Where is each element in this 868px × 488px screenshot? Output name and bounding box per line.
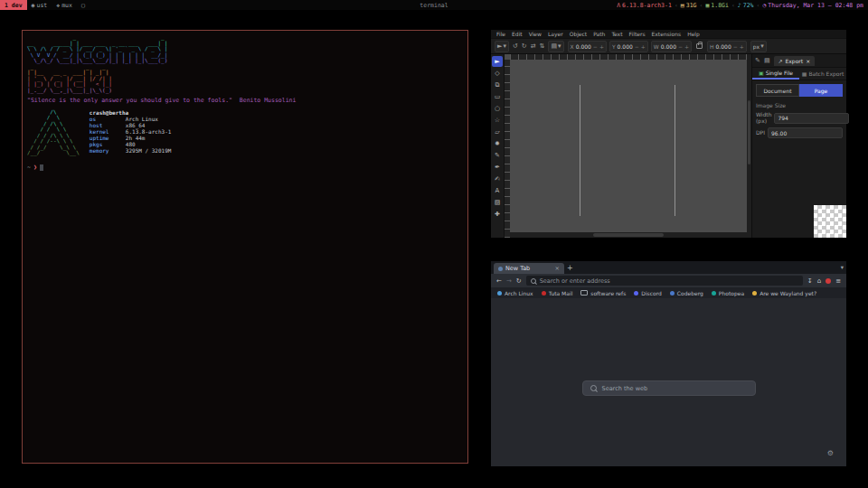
menu-help[interactable]: Help [687,31,700,37]
inkscape-body: ►◇⧉▭○☆▱✹✎✒✍A▨✚ ✎ ▤ [491,54,846,238]
new-tab-button[interactable]: + [567,264,573,272]
increment-button[interactable]: + [740,43,744,50]
field-x[interactable]: X0.000−+ [568,41,607,52]
bookmark-item[interactable]: Arch Linux [497,290,533,296]
field-h[interactable]: H0.000−+ [707,41,747,52]
image-size-label: Image Size [752,99,846,110]
menu-object[interactable]: Object [570,31,588,37]
rotate-ccw-button[interactable]: ↺ [513,42,518,50]
export-dialog-tab[interactable]: ↗ Export × [774,56,816,66]
layers-icon[interactable]: ▤ [764,57,770,64]
pencil-icon[interactable]: ✎ [755,57,760,64]
tool-pencil[interactable]: ✎ [492,150,503,161]
workspace-tag[interactable]: ❖mux [52,0,77,10]
workspace-tag[interactable]: 1 dev [0,0,27,10]
menu-edit[interactable]: Edit [512,31,523,37]
fetch-row: osArch Linux [90,116,172,122]
canvas-area[interactable] [505,54,747,238]
gear-icon[interactable]: ⚙ [827,449,834,457]
close-icon[interactable]: × [806,58,810,64]
flip-vertical-button[interactable]: ⇅ [540,42,545,50]
tool-calligraphy[interactable]: ✍ [492,174,503,184]
width-label: Width (px) [756,112,771,124]
menu-icon[interactable]: ≡ [835,277,841,285]
decrement-button[interactable]: − [635,43,639,50]
dpi-input[interactable] [768,127,843,138]
bookmark-item[interactable]: Codeberg [670,290,703,296]
width-input[interactable] [774,113,849,124]
lock-icon[interactable] [696,43,703,49]
ascii-art: _ _ __ _____| | ___ ___ _ __ ___ ___| |\… [27,34,463,93]
tool-pen[interactable]: ✒ [492,162,503,173]
menu-file[interactable]: File [496,31,505,37]
menu-view[interactable]: View [529,31,542,37]
flip-horizontal-button[interactable]: ⇄ [531,42,536,50]
chevron-down-icon: ▾ [558,42,561,50]
list-tabs-chevron[interactable]: ▾ [841,264,844,271]
increment-button[interactable]: + [599,43,604,50]
increment-button[interactable]: + [641,43,646,50]
back-button[interactable]: ← [496,277,502,285]
tool-shape-builder[interactable]: ⧉ [492,80,503,90]
tool-selector[interactable]: ► [492,56,503,67]
tab-close-icon[interactable]: × [555,265,560,272]
arch-ascii-logo: /\ / \ / /\ \ / / \ \ / / /\ \ \ / / /--… [27,109,80,156]
decrement-button[interactable]: − [678,43,683,50]
decrement-button[interactable]: − [733,43,738,50]
workspace-tag-label: 1 dev [5,2,23,9]
browser-window[interactable]: New Tab × + ▾ ← → ↻ Search or enter addr… [491,261,846,466]
tool-text[interactable]: A [492,185,503,196]
tool-dropper[interactable]: ✚ [492,209,503,220]
globe-icon [498,267,503,271]
web-search-box[interactable]: Search the web [582,380,756,396]
download-icon[interactable]: ↧ [807,277,813,285]
page-button[interactable]: Page [799,84,843,97]
bookmark-item[interactable]: software refs [580,290,626,296]
tool-gradient[interactable]: ▨ [492,197,503,208]
workspace-tag[interactable]: ◉ust [27,0,52,10]
menu-layer[interactable]: Layer [548,31,563,37]
align-dropdown[interactable]: ▤ ▾ [548,41,563,52]
batch-export-label: Batch Export [808,70,844,77]
tool-star[interactable]: ☆ [492,115,503,126]
url-bar[interactable]: Search or enter address [526,276,803,286]
terminal-window[interactable]: _ _ __ _____| | ___ ___ _ __ ___ ___| |\… [22,30,468,464]
tab-batch-export[interactable]: ▦ Batch Export [799,68,846,80]
rotate-cw-button[interactable]: ↻ [522,42,527,50]
reload-button[interactable]: ↻ [516,277,522,285]
tab-single-file[interactable]: ▣ Single File [752,68,799,80]
menu-filters[interactable]: Filters [629,31,646,37]
tool-ellipse[interactable]: ○ [492,103,503,114]
workspace-tag[interactable]: ▢ [77,0,90,10]
tab-new-tab[interactable]: New Tab × [494,263,564,274]
field-w[interactable]: W0.000−+ [651,41,692,52]
adblock-extension-icon[interactable] [826,278,831,284]
tool-box-3d[interactable]: ▱ [492,127,503,137]
scrollbar-thumb[interactable] [593,233,665,237]
document-canvas[interactable] [510,60,747,232]
menu-extensions[interactable]: Extensions [652,31,682,37]
units-dropdown[interactable]: px ▾ [750,41,767,52]
inkscape-window[interactable]: FileEditViewLayerObjectPathTextFiltersEx… [491,30,846,238]
horizontal-scrollbar[interactable] [510,232,747,238]
forward-button[interactable]: → [506,277,512,285]
increment-button[interactable]: + [684,43,689,50]
home-icon[interactable]: ⌂ [817,277,821,285]
bookmark-item[interactable]: Photopea [712,290,744,296]
field-y[interactable]: Y0.000−+ [609,41,648,52]
menu-path[interactable]: Path [593,31,605,37]
selector-mode-dropdown[interactable]: ► ▾ [495,41,509,52]
scrollbar-thumb[interactable] [748,100,750,164]
tool-rectangle[interactable]: ▭ [492,91,503,102]
menu-text[interactable]: Text [611,31,622,37]
bookmark-item[interactable]: Are we Wayland yet? [752,290,816,296]
bookmark-item[interactable]: Tuta Mail [542,290,573,296]
decrement-button[interactable]: − [593,43,598,50]
tool-spiral[interactable]: ✹ [492,138,503,149]
bookmark-item[interactable]: Discord [634,290,662,296]
tool-node-editor[interactable]: ◇ [492,68,503,79]
document-button[interactable]: Document [756,84,799,97]
shell-prompt[interactable]: ~ ❯ [27,164,463,171]
fetch-key: kernel [90,128,126,135]
chevron-down-icon: ▾ [503,42,506,50]
